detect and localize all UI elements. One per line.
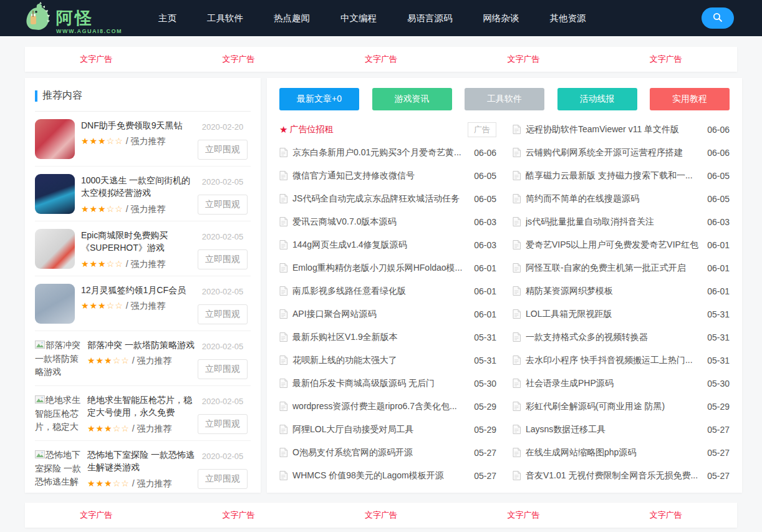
article-row[interactable]: Laysns数据迁移工具05-27 — [513, 418, 730, 441]
watch-now-button[interactable]: 立即围观 — [198, 304, 248, 324]
top-text-ads: 文字广告文字广告文字广告文字广告文字广告 — [25, 47, 737, 72]
article-row-title: 爱讯云商城V0.7.0版本源码 — [292, 216, 468, 228]
article-row[interactable]: js代码批量批量自动取消抖音关注06-03 — [513, 210, 730, 233]
article-row[interactable]: 精防某资源网织梦模板06-01 — [513, 279, 730, 302]
doc-icon — [513, 194, 521, 203]
article-row[interactable]: 酷享磁力云最新版 支持磁力搜索下载和一...06-05 — [513, 164, 730, 187]
article-row-title: wordpress资源付费主题ripro6.7含美化包... — [292, 401, 468, 412]
article-row[interactable]: 云铺购代刷网系统全开源可运营程序搭建06-06 — [513, 141, 730, 164]
article-row[interactable]: 爱讯云商城V0.7.0版本源码06-03 — [279, 210, 496, 233]
article-row[interactable]: Emlog重构精仿老版小刀娱乐网HFoldao模...06-01 — [279, 256, 496, 279]
article-row[interactable]: 京东白条新用户0.01元购买3个月爱奇艺黄...06-06 — [279, 141, 496, 164]
article-row[interactable]: 彩虹代刷全解源码(可商业用途 防黑)05-29 — [513, 395, 730, 418]
article-row[interactable]: 远程协助软件TeamViewer v11 单文件版06-06 — [513, 118, 730, 141]
nav-item-4[interactable]: 中文编程 — [340, 12, 377, 24]
nav-item-1[interactable]: 主页 — [158, 12, 176, 24]
article-row[interactable]: 简约而不简单的在线搜题源码06-05 — [513, 187, 730, 210]
top-navbar: 阿怪 WWW.AGUAI8.COM 主页工具软件热点趣闻中文编程易语言源码网络杂… — [0, 0, 762, 36]
text-ad-link-4[interactable]: 文字广告 — [452, 510, 594, 521]
article-row[interactable]: 阿怪互联-自家的免费主机第一批正式开启06-01 — [513, 256, 730, 279]
article-row[interactable]: 花呗新上线的功能太强大了05-31 — [279, 349, 496, 372]
card-body: 恐怖地下室探险 一款恐怖逃生解谜类游戏★★★☆☆ / 强力推荐 — [87, 448, 195, 488]
watch-now-button[interactable]: 立即围观 — [198, 359, 248, 379]
text-ad-link-1[interactable]: 文字广告 — [25, 510, 167, 521]
text-ad-link-1[interactable]: 文字广告 — [25, 54, 167, 65]
article-title[interactable]: Epic商城限时免费购买《SUPERHOT》游戏 — [81, 229, 195, 254]
ad-badge: 广告 — [468, 122, 496, 137]
text-ad-link-2[interactable]: 文字广告 — [167, 510, 309, 521]
article-row[interactable]: 爱奇艺VIP5以上用户可免费发爱奇艺VIP红包06-01 — [513, 233, 730, 256]
category-tab-5[interactable]: 实用教程 — [650, 88, 730, 110]
text-ad-link-3[interactable]: 文字广告 — [310, 510, 452, 521]
nav-item-3[interactable]: 热点趣闻 — [274, 12, 310, 24]
article-title[interactable]: 12月灵狐签约领1月CF会员 — [81, 284, 195, 296]
doc-icon — [513, 448, 521, 457]
article-row[interactable]: O泡易支付系统官网的源码开源05-27 — [279, 441, 496, 464]
doc-icon — [513, 286, 521, 296]
article-title[interactable]: 部落冲突 一款塔防策略游戏 — [87, 339, 195, 351]
category-tab-4[interactable]: 活动线报 — [557, 88, 637, 110]
rating-label: / 强力推荐 — [130, 478, 172, 488]
nav-item-2[interactable]: 工具软件 — [207, 12, 243, 24]
watch-now-button[interactable]: 立即围观 — [198, 249, 248, 269]
article-title[interactable]: 恐怖地下室探险 一款恐怖逃生解谜类游戏 — [87, 448, 195, 474]
article-thumbnail[interactable] — [35, 119, 75, 159]
article-row[interactable]: LOL工具箱无限视距版05-31 — [513, 302, 730, 326]
article-row[interactable]: WHMCS 价值98美元的Lagom模板开源05-27 — [279, 464, 496, 487]
article-row[interactable]: 一款支持格式众多的视频转换器05-31 — [513, 326, 730, 349]
ad-slot-row[interactable]: ★广告位招租广告 — [279, 118, 496, 141]
article-row[interactable]: JS代码全自动完成京东品牌狂欢城活动任务06-05 — [279, 187, 496, 210]
text-ad-link-5[interactable]: 文字广告 — [595, 54, 737, 65]
article-title[interactable]: DNF助手免费领取9天黑钻 — [81, 119, 195, 132]
nav-item-7[interactable]: 其他资源 — [550, 12, 586, 24]
article-row[interactable]: 144g网页生成v1.4修复版源码06-03 — [279, 233, 496, 256]
recommended-card: Epic商城限时免费购买《SUPERHOT》游戏★★★☆☆ / 强力推荐2020… — [35, 221, 251, 276]
article-row-date: 05-27 — [707, 448, 730, 458]
watch-now-button[interactable]: 立即围观 — [198, 140, 248, 160]
text-ad-link-3[interactable]: 文字广告 — [310, 54, 452, 65]
text-ad-link-2[interactable]: 文字广告 — [167, 54, 309, 65]
article-title[interactable]: 1000天逃生 一款空间街机的太空模拟经营游戏 — [81, 174, 195, 200]
article-row-date: 05-31 — [707, 309, 730, 319]
article-row-date: 05-27 — [707, 471, 730, 481]
watch-now-button[interactable]: 立即围观 — [198, 469, 248, 489]
category-tab-2[interactable]: 游戏资讯 — [372, 88, 452, 110]
article-row-date: 05-27 — [474, 448, 496, 458]
article-row[interactable]: 最新伯乐发卡商城高级版源码 无后门05-30 — [279, 372, 496, 395]
recommended-card: 部落冲突 一款塔防策略游戏部落冲突 一款塔防策略游戏★★★☆☆ / 强力推荐20… — [35, 331, 251, 386]
category-tab-3[interactable]: 工具软件 — [465, 88, 544, 110]
article-title[interactable]: 绝地求生智能压枪芯片，稳定大号使用，永久免费 — [87, 394, 195, 419]
article-thumbnail[interactable] — [35, 284, 75, 324]
nav-item-6[interactable]: 网络杂谈 — [483, 12, 519, 24]
search-button[interactable] — [702, 7, 734, 29]
article-thumbnail[interactable] — [35, 174, 75, 214]
rating-label: / 强力推荐 — [123, 301, 166, 311]
article-row[interactable]: 微信官方通知已支持修改微信号06-05 — [279, 164, 496, 187]
text-ad-link-4[interactable]: 文字广告 — [452, 54, 594, 65]
text-ad-link-5[interactable]: 文字广告 — [595, 510, 737, 521]
article-row[interactable]: 音友V1.01 无视付费限制全网音乐无损免费...05-27 — [513, 464, 730, 487]
watch-now-button[interactable]: 立即围观 — [198, 195, 248, 215]
article-row[interactable]: 最新乐购社区V1.9全新版本05-31 — [279, 326, 496, 349]
article-row[interactable]: wordpress资源付费主题ripro6.7含美化包...05-29 — [279, 395, 496, 418]
rating-label: / 强力推荐 — [123, 136, 166, 146]
site-logo[interactable]: 阿怪 WWW.AGUAI8.COM — [24, 2, 122, 34]
rating-label: / 强力推荐 — [123, 204, 166, 214]
article-row[interactable]: 社会语录生成PHP源码05-30 — [513, 372, 730, 395]
recommended-card: 1000天逃生 一款空间街机的太空模拟经营游戏★★★☆☆ / 强力推荐2020-… — [35, 167, 251, 221]
site-name: 阿怪 — [56, 10, 122, 27]
article-thumbnail[interactable] — [35, 229, 75, 269]
recommended-panel: 推荐内容 DNF助手免费领取9天黑钻★★★☆☆ / 强力推荐2020-02-20… — [25, 78, 261, 493]
article-row[interactable]: 去水印小程序 快手抖音视频搬运工上热门...05-31 — [513, 349, 730, 372]
article-row[interactable]: API接口聚合网站源码06-01 — [279, 302, 496, 326]
article-row[interactable]: 在线生成网站缩略图php源码05-27 — [513, 441, 730, 464]
nav-item-5[interactable]: 易语言源码 — [407, 12, 453, 24]
article-row[interactable]: 阿狸LOL大厅自动接受对局工具05-29 — [279, 418, 496, 441]
article-row[interactable]: 南瓜影视多线路任意看绿化版06-01 — [279, 279, 496, 302]
article-row-title: 阿怪互联-自家的免费主机第一批正式开启 — [526, 263, 701, 274]
broken-thumbnail: 恐怖地下室探险 一款恐怖逃生解谜 — [35, 448, 82, 488]
article-row-title: O泡易支付系统官网的源码开源 — [292, 447, 468, 458]
category-tab-1[interactable]: 最新文章+0 — [279, 88, 359, 110]
watch-now-button[interactable]: 立即围观 — [198, 414, 248, 434]
search-icon — [713, 12, 723, 24]
